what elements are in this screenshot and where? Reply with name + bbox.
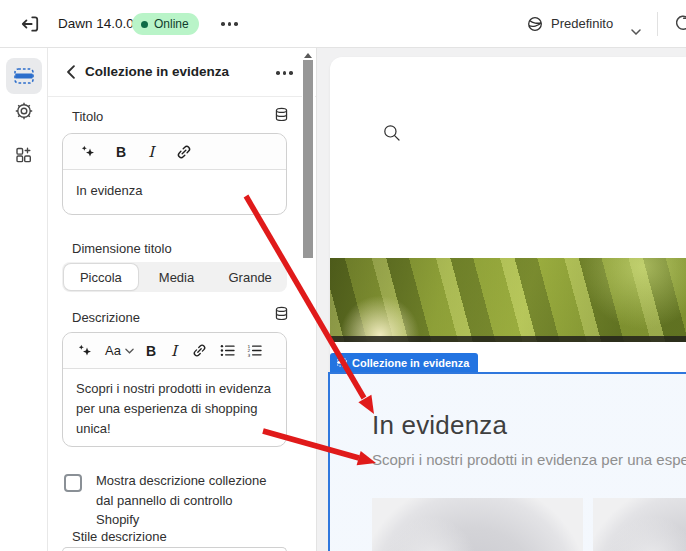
ai-magic-button[interactable] xyxy=(80,144,96,160)
size-option-grande[interactable]: Grande xyxy=(213,262,287,292)
size-option-piccola[interactable]: Piccola xyxy=(64,264,138,290)
bold-button[interactable]: B xyxy=(146,343,156,359)
apps-icon xyxy=(16,147,32,163)
bullet-list-icon xyxy=(220,344,235,357)
theme-name: Dawn 14.0.0 xyxy=(58,16,134,31)
banner-bottom-shadow xyxy=(330,336,686,342)
svg-text:3: 3 xyxy=(247,353,250,357)
show-collection-description-checkbox[interactable] xyxy=(64,474,82,492)
dimensione-label: Dimensione titolo xyxy=(72,241,172,256)
chevron-down-icon[interactable] xyxy=(631,21,641,39)
back-chevron-icon xyxy=(65,65,77,79)
titolo-richtext-editor: B I In evidenza xyxy=(62,133,287,215)
descrizione-toolbar: Aa B I 123 xyxy=(63,333,286,369)
gear-icon xyxy=(14,101,34,121)
bullet-list-button[interactable] xyxy=(220,344,235,357)
preview-collection-heading: In evidenza xyxy=(372,410,507,441)
back-button[interactable] xyxy=(65,65,77,79)
italic-button[interactable]: I xyxy=(171,342,177,360)
numbered-list-icon: 123 xyxy=(247,344,262,357)
editor-rail xyxy=(0,48,48,551)
product-placeholder-image[interactable] xyxy=(372,498,583,551)
database-icon xyxy=(274,306,289,321)
undo-icon[interactable] xyxy=(676,14,686,32)
sections-icon xyxy=(14,68,34,84)
product-placeholder-image[interactable] xyxy=(593,498,686,551)
magic-icon xyxy=(77,343,93,359)
collection-banner-image[interactable] xyxy=(330,258,686,342)
section-badge[interactable]: Collezione in evidenza xyxy=(330,353,478,372)
link-icon xyxy=(192,343,207,358)
preview-collection-description: Scopri i nostri prodotti in evidenza per… xyxy=(372,451,686,468)
scroll-up-arrow-icon[interactable] xyxy=(304,53,312,58)
panel-scrollbar[interactable] xyxy=(302,49,315,550)
rail-item-theme-settings[interactable] xyxy=(14,101,34,121)
checkbox-label[interactable]: Mostra descrizione collezione dal pannel… xyxy=(96,471,278,530)
titolo-input[interactable]: In evidenza xyxy=(63,170,286,212)
sections-icon xyxy=(337,358,347,367)
ai-magic-button[interactable] xyxy=(77,343,93,359)
scrollbar-thumb[interactable] xyxy=(303,60,313,258)
status-text: Online xyxy=(154,17,189,31)
titolo-label: Titolo xyxy=(72,109,103,124)
descrizione-input[interactable]: Scopri i nostri prodotti in evidenza per… xyxy=(63,369,286,450)
bold-button[interactable]: B xyxy=(116,144,126,160)
rail-item-apps[interactable] xyxy=(16,147,32,163)
section-options-menu-button[interactable] xyxy=(276,71,293,75)
descrizione-richtext-editor: Aa B I 123 xyxy=(62,332,287,447)
theme-options-menu-button[interactable] xyxy=(221,22,238,26)
link-button[interactable] xyxy=(176,144,192,160)
exit-icon xyxy=(20,14,40,34)
dimensione-segmented-control: Piccola Media Grande xyxy=(62,262,287,292)
online-dot-icon xyxy=(141,21,148,28)
topbar-divider xyxy=(657,12,658,36)
locale-selector[interactable]: Predefinito xyxy=(551,16,613,31)
titolo-toolbar: B I xyxy=(63,134,286,170)
status-badge: Online xyxy=(132,13,199,35)
topbar: Dawn 14.0.0 Online Predefinito xyxy=(0,0,686,48)
size-option-media[interactable]: Media xyxy=(140,262,214,292)
panel-title: Collezione in evidenza xyxy=(85,64,229,79)
italic-button[interactable]: I xyxy=(148,143,154,161)
dynamic-source-button-descrizione[interactable] xyxy=(274,306,289,321)
panel-header: Collezione in evidenza xyxy=(48,48,316,97)
search-icon[interactable] xyxy=(383,124,401,142)
section-settings-panel: Collezione in evidenza Titolo B I xyxy=(48,48,317,551)
text-style-button[interactable]: Aa xyxy=(105,343,121,358)
dynamic-source-button-titolo[interactable] xyxy=(274,107,289,122)
link-icon xyxy=(176,144,192,160)
magic-icon xyxy=(80,144,96,160)
globe-icon xyxy=(527,16,543,32)
descrizione-label: Descrizione xyxy=(72,310,140,325)
numbered-list-button[interactable]: 123 xyxy=(247,344,262,357)
stile-descrizione-label: Stile descrizione xyxy=(72,529,167,544)
link-button[interactable] xyxy=(192,343,207,358)
exit-editor-button[interactable] xyxy=(20,14,40,34)
rail-item-sections[interactable] xyxy=(6,58,42,94)
stile-descrizione-select[interactable] xyxy=(62,547,287,551)
section-badge-label: Collezione in evidenza xyxy=(352,357,469,369)
chevron-down-icon[interactable] xyxy=(125,348,134,354)
database-icon xyxy=(274,107,289,122)
